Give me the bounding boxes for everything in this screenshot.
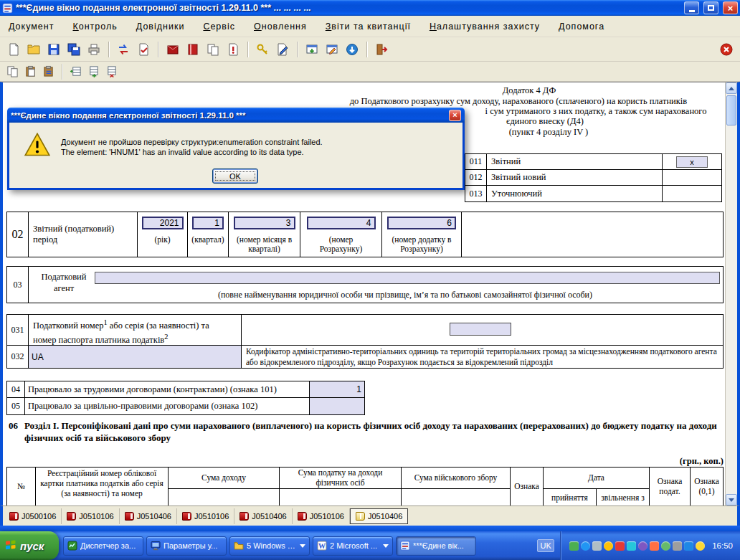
tray-icon-5[interactable] bbox=[615, 541, 625, 551]
appendix-number-field[interactable]: 6 bbox=[387, 217, 456, 229]
tray-icon-6[interactable] bbox=[627, 541, 636, 551]
save-icon[interactable] bbox=[44, 40, 63, 59]
send-icon[interactable] bbox=[343, 40, 361, 59]
tray-icon-7[interactable] bbox=[638, 541, 648, 551]
month-field[interactable]: 3 bbox=[234, 217, 295, 229]
taskbar-group-windows-explorer[interactable]: 5 Windows E... bbox=[229, 536, 310, 556]
validate-icon[interactable] bbox=[114, 40, 133, 59]
report-tab[interactable]: J0510106 bbox=[62, 508, 119, 524]
report-type-checkbox[interactable]: x bbox=[676, 156, 708, 168]
tax-number-field[interactable] bbox=[450, 323, 511, 336]
close-red-icon[interactable] bbox=[717, 40, 736, 59]
keys-icon[interactable] bbox=[253, 40, 272, 59]
copy-documents-icon[interactable] bbox=[204, 40, 222, 59]
clipboard-icon[interactable] bbox=[40, 63, 57, 80]
menu-service[interactable]: Сервіс bbox=[203, 22, 235, 32]
red-book-icon[interactable] bbox=[184, 40, 202, 59]
report-type-checkbox[interactable] bbox=[663, 170, 721, 185]
tray-icon-11[interactable] bbox=[684, 541, 693, 551]
new-document-icon[interactable] bbox=[4, 40, 23, 59]
quarter-field[interactable]: 1 bbox=[192, 217, 224, 229]
taskbar-buttons: Диспетчер за... Параметры у... 5 Windows… bbox=[63, 536, 476, 556]
column-header: Ознака bbox=[511, 468, 543, 506]
seal-icon[interactable] bbox=[163, 40, 182, 59]
start-button[interactable]: пуск bbox=[0, 531, 59, 560]
tray-icon-4[interactable] bbox=[604, 541, 613, 551]
restore-button[interactable] bbox=[703, 1, 718, 14]
civil-contracts-field[interactable] bbox=[310, 398, 364, 414]
report-tab[interactable]: J0510106 bbox=[177, 508, 234, 524]
report-tab[interactable]: J0510406 bbox=[120, 508, 177, 524]
year-field[interactable]: 2021 bbox=[142, 217, 184, 229]
calc-number-field[interactable]: 4 bbox=[307, 217, 376, 229]
tray-icon-2[interactable] bbox=[581, 541, 590, 551]
tray-icon-8[interactable] bbox=[650, 541, 659, 551]
minimize-button[interactable] bbox=[684, 1, 699, 14]
report-tab[interactable]: J0500106 bbox=[4, 508, 62, 524]
window-edit-icon[interactable] bbox=[323, 40, 341, 59]
copy-icon[interactable] bbox=[4, 63, 21, 80]
open-folder-icon[interactable] bbox=[24, 40, 43, 59]
menu-control[interactable]: Контроль bbox=[72, 22, 117, 32]
labor-contracts-field[interactable]: 1 bbox=[310, 381, 364, 397]
check-document-icon[interactable] bbox=[134, 40, 153, 59]
save-all-icon[interactable] bbox=[65, 40, 83, 59]
document-alert-icon[interactable] bbox=[224, 40, 242, 59]
taskbar-group-microsoft[interactable]: W 2 Microsoft ... bbox=[313, 536, 393, 556]
table-row: 011 Звітний x bbox=[465, 154, 721, 170]
menu-directories[interactable]: Довідники bbox=[136, 22, 185, 32]
exit-icon[interactable] bbox=[372, 40, 391, 59]
menu-update[interactable]: Оновлення bbox=[254, 22, 307, 32]
window-export-icon[interactable] bbox=[303, 40, 321, 59]
table-row: 05 Працювало за цивільно-правовими догов… bbox=[7, 398, 364, 414]
tray-icon-12[interactable] bbox=[696, 541, 705, 551]
close-button[interactable]: × bbox=[723, 1, 738, 14]
agent-name-field[interactable] bbox=[95, 272, 720, 284]
vertical-scrollbar[interactable] bbox=[725, 82, 737, 506]
scroll-down-button[interactable] bbox=[726, 494, 737, 506]
tray-icon-3[interactable] bbox=[592, 541, 602, 551]
add-row-icon[interactable] bbox=[85, 63, 102, 80]
ok-button[interactable]: OK bbox=[212, 169, 258, 184]
row-code: 013 bbox=[465, 186, 487, 201]
table-row: 013 Уточнюючий bbox=[465, 186, 721, 201]
scrollbar-thumb[interactable] bbox=[726, 95, 736, 125]
print-icon[interactable] bbox=[85, 40, 103, 59]
taskbar-item-label: 5 Windows E... bbox=[247, 541, 297, 550]
report-icon bbox=[298, 512, 307, 521]
taskbar-item-label: Диспетчер за... bbox=[80, 541, 139, 550]
sign-icon[interactable] bbox=[273, 40, 292, 59]
tray-icon-1[interactable] bbox=[569, 541, 579, 551]
window-title: ***Єдине вікно подання електронної звітн… bbox=[16, 3, 680, 13]
tray-icon-9[interactable] bbox=[661, 541, 670, 551]
menu-reports-receipts[interactable]: Звіти та квитанції bbox=[326, 22, 411, 32]
taskbar-item-edyne-vikno[interactable]: ***Єдине вік... bbox=[396, 536, 476, 556]
report-tab[interactable]: J0510406 bbox=[234, 508, 292, 524]
taskbar: пуск Диспетчер за... Параметры у... 5 Wi… bbox=[0, 531, 740, 560]
report-tab-active[interactable]: J0510406 bbox=[350, 508, 408, 524]
window-titlebar[interactable]: ***Єдине вікно подання електронної звітн… bbox=[0, 0, 740, 16]
menu-security-settings[interactable]: Налаштування захисту bbox=[430, 22, 540, 32]
dialog-message-line2: The element: 'HNUM1' has an invalid valu… bbox=[61, 147, 323, 157]
report-icon bbox=[67, 512, 76, 521]
katottg-field[interactable]: UA bbox=[29, 346, 242, 368]
report-tab[interactable]: J0510106 bbox=[293, 508, 350, 524]
menu-document[interactable]: Документ bbox=[9, 22, 54, 32]
language-indicator[interactable]: UK bbox=[537, 539, 554, 552]
delete-row-icon[interactable] bbox=[103, 63, 120, 80]
taskbar-item-label: ***Єдине вік... bbox=[413, 541, 472, 550]
taskbar-item-display-settings[interactable]: Параметры у... bbox=[146, 536, 227, 556]
dialog-titlebar[interactable]: ***Єдине вікно подання електронної звітн… bbox=[7, 108, 465, 123]
insert-row-icon[interactable] bbox=[67, 63, 84, 80]
tray-icon-10[interactable] bbox=[673, 541, 682, 551]
employees-table: 04 Працювало за трудовими договорами (ко… bbox=[6, 381, 365, 415]
field-caption: (номер Розрахунку) bbox=[315, 235, 368, 254]
taskbar-item-task-manager[interactable]: Диспетчер за... bbox=[63, 536, 143, 556]
taskbar-clock[interactable]: 16:50 bbox=[712, 541, 733, 550]
scroll-up-button[interactable] bbox=[726, 82, 737, 94]
app-icon bbox=[400, 541, 410, 551]
menu-help[interactable]: Допомога bbox=[559, 22, 604, 32]
dialog-close-icon[interactable]: × bbox=[449, 110, 461, 121]
paste-icon[interactable] bbox=[22, 63, 39, 80]
report-type-checkbox[interactable] bbox=[663, 186, 721, 201]
